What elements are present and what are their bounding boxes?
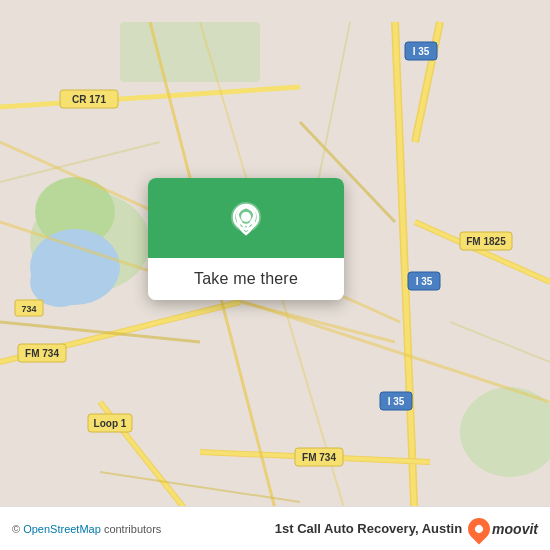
openstreetmap-link[interactable]: OpenStreetMap xyxy=(23,523,101,535)
popup-card: Take me there xyxy=(148,178,344,300)
svg-text:734: 734 xyxy=(21,304,36,314)
attribution: © OpenStreetMap contributors xyxy=(12,523,161,535)
moovit-text: moovit xyxy=(492,521,538,537)
svg-text:Loop 1: Loop 1 xyxy=(94,418,127,429)
svg-point-53 xyxy=(242,212,250,220)
business-name: 1st Call Auto Recovery, Austin xyxy=(275,521,462,536)
take-me-there-button[interactable]: Take me there xyxy=(148,258,344,300)
moovit-icon xyxy=(464,513,495,544)
svg-text:FM 734: FM 734 xyxy=(302,452,336,463)
svg-text:I 35: I 35 xyxy=(416,276,433,287)
map-container: CR 171 I 35 I 35 I 35 FM 1825 FM 734 FM … xyxy=(0,0,550,550)
business-info: 1st Call Auto Recovery, Austin moovit xyxy=(275,518,538,540)
copyright-symbol: © xyxy=(12,523,23,535)
moovit-logo: moovit xyxy=(468,518,538,540)
svg-rect-6 xyxy=(120,22,260,82)
bottom-bar: © OpenStreetMap contributors 1st Call Au… xyxy=(0,506,550,550)
openstreetmap-credit: © OpenStreetMap contributors xyxy=(12,523,161,535)
location-pin-icon xyxy=(224,198,268,242)
popup-header xyxy=(148,178,344,258)
svg-text:I 35: I 35 xyxy=(413,46,430,57)
attribution-suffix: contributors xyxy=(101,523,162,535)
svg-text:FM 1825: FM 1825 xyxy=(466,236,506,247)
svg-text:CR 171: CR 171 xyxy=(72,94,106,105)
svg-text:FM 734: FM 734 xyxy=(25,348,59,359)
svg-text:I 35: I 35 xyxy=(388,396,405,407)
